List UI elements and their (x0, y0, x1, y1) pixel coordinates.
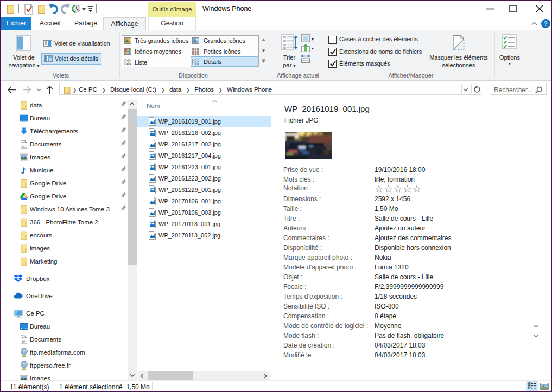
svg-text:?: ? (544, 20, 548, 28)
